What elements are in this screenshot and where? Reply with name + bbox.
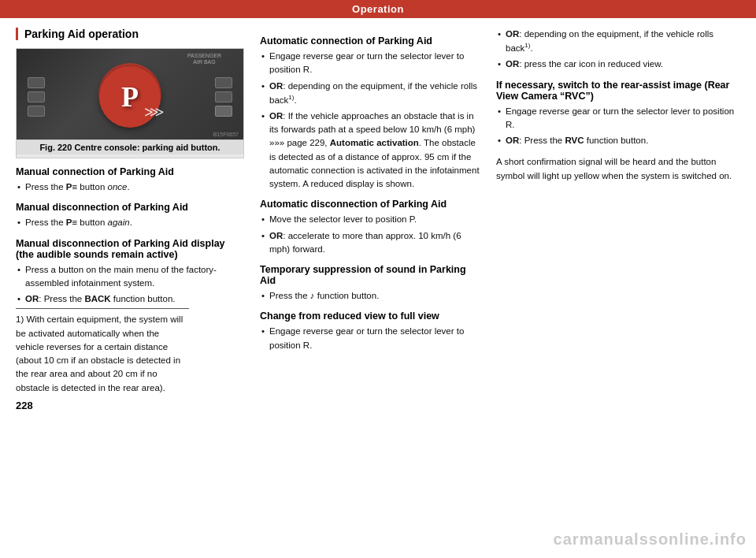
right-column: OR: depending on the equipment, if the v… xyxy=(496,28,740,552)
auto-activation-label: Automatic activation xyxy=(330,138,419,147)
figure-caption-text: Centre console: parking aid button. xyxy=(72,143,220,152)
footnote-area: 1) With certain equipment, the system wi… xyxy=(16,308,189,396)
rvc-bullet2: OR: Press the RVC function button. xyxy=(496,134,740,147)
or-right-2-text: : press the car icon in reduced view. xyxy=(519,59,663,69)
figure-box: P ⋙ PASSENGERAIR BAG B15F0657 xyxy=(16,48,244,158)
auto-connection-heading: Automatic connection of Parking Aid xyxy=(260,35,480,46)
console-image: P ⋙ PASSENGERAIR BAG B15F0657 xyxy=(17,49,243,140)
left-column: Parking Aid operation xyxy=(16,28,244,552)
rvc-label: RVC xyxy=(565,136,584,145)
auto-connection-bullet2: OR: depending on the equipment, if the v… xyxy=(260,80,480,107)
temp-suppression-heading: Temporary suppression of sound in Parkin… xyxy=(260,264,480,286)
back-rest: function button. xyxy=(111,294,176,303)
reduced-view-heading: Change from reduced view to full view xyxy=(260,311,480,322)
or-mid-2: OR xyxy=(269,111,283,121)
rvc-rest: function button. xyxy=(584,136,649,145)
or-mid-3-text: : accelerate to more than approx. 10 km/… xyxy=(269,231,461,254)
p-icon: P xyxy=(121,80,139,113)
page-number: 228 xyxy=(16,400,244,411)
manual-disconnection-display-bullet1: Press a button on the main menu of the f… xyxy=(16,263,244,291)
auto-connection-bullet3: OR: If the vehicle approaches an obstacl… xyxy=(260,110,480,192)
or-right-2: OR xyxy=(506,59,519,69)
p-wave-icon: ⋙ xyxy=(144,103,165,121)
or-rvc-text: : Press the xyxy=(519,136,565,145)
temp-suppression-bullet1: Press the ♪ function button. xyxy=(260,289,480,303)
right-bullet1: OR: depending on the equipment, if the v… xyxy=(496,28,740,55)
figure-caption: Fig. 220 Centre console: parking aid but… xyxy=(17,140,243,154)
footnote-text: 1) With certain equipment, the system wi… xyxy=(16,313,189,395)
manual-connection-heading: Manual connection of Parking Aid xyxy=(16,166,244,177)
manual-disconnection-bullet1: Press the P≡ button again. xyxy=(16,216,244,229)
header-bar: Operation xyxy=(0,0,756,18)
or-right-1: OR xyxy=(506,29,519,39)
rvc-bullet1: Engage reverse gear or turn the selector… xyxy=(496,105,740,132)
or-mid-1-rest: . xyxy=(294,95,296,105)
auto-disconnection-bullet2: OR: accelerate to more than approx. 10 k… xyxy=(260,229,480,257)
left-footer: 1) With certain equipment, the system wi… xyxy=(16,308,244,411)
manual-disconnection-heading: Manual disconnection of Parking Aid xyxy=(16,202,244,213)
right-bullet2: OR: press the car icon in reduced view. xyxy=(496,58,740,71)
page-wrapper: Operation Parking Aid operation xyxy=(0,0,756,558)
auto-disconnection-heading: Automatic disconnection of Parking Aid xyxy=(260,199,480,210)
back-label: BACK xyxy=(84,294,110,303)
or-rvc: OR xyxy=(506,136,519,145)
figure-caption-bold: Fig. 220 xyxy=(39,143,72,152)
auto-disconnection-bullet1: Move the selector lever to position P. xyxy=(260,213,480,226)
or-text-1: : Press the xyxy=(39,294,84,303)
content-area: Parking Aid operation xyxy=(0,18,756,558)
or-mid-1-text: : depending on the equipment, if the veh… xyxy=(269,81,477,105)
manual-disconnection-display-bullet2: OR: Press the BACK function button. xyxy=(16,292,244,306)
or-label-1: OR xyxy=(25,294,39,303)
or-mid-1: OR xyxy=(269,81,283,91)
or-right-1-rest: . xyxy=(530,43,532,53)
confirmation-signal-text: A short confirmation signal will be hear… xyxy=(496,155,740,183)
or-right-1-text: : depending on the equipment, if the veh… xyxy=(506,29,713,53)
middle-column: Automatic connection of Parking Aid Enga… xyxy=(260,28,480,552)
auto-connection-bullet1: Engage reverse gear or turn the selector… xyxy=(260,50,480,77)
section-title: Parking Aid operation xyxy=(16,28,244,40)
manual-connection-bullet1: Press the P≡ button once. xyxy=(16,180,244,194)
or-mid-3: OR xyxy=(269,231,283,240)
manual-disconnection-display-heading: Manual disconnection of Parking Aid disp… xyxy=(16,238,244,260)
header-title: Operation xyxy=(352,3,404,15)
rvc-heading: If necessary, switch to the rear-assist … xyxy=(496,80,740,102)
reduced-view-bullet1: Engage reverse gear or turn the selector… xyxy=(260,325,480,352)
